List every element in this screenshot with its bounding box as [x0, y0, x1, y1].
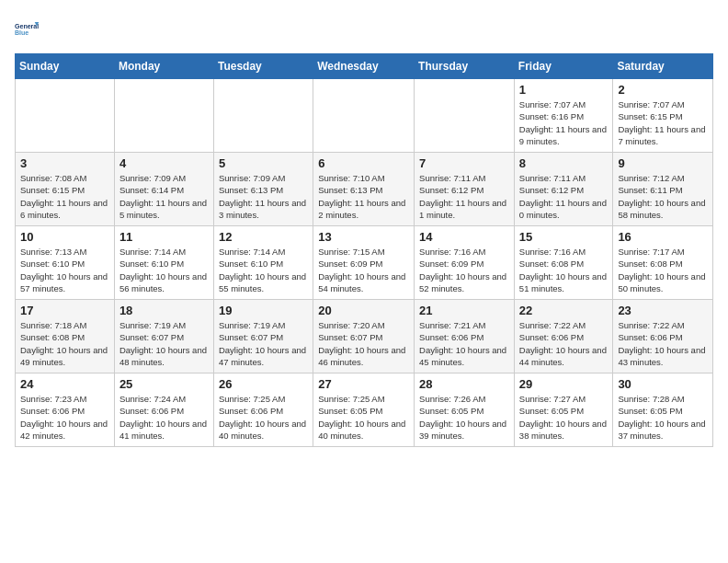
calendar-cell: 29Sunrise: 7:27 AM Sunset: 6:05 PM Dayli… — [514, 373, 613, 447]
weekday-header: Monday — [114, 54, 213, 79]
calendar-cell: 16Sunrise: 7:17 AM Sunset: 6:08 PM Dayli… — [613, 226, 713, 300]
day-info: Sunrise: 7:18 AM Sunset: 6:08 PM Dayligh… — [20, 319, 109, 368]
calendar-cell: 13Sunrise: 7:15 AM Sunset: 6:09 PM Dayli… — [313, 226, 415, 300]
day-number: 10 — [20, 230, 109, 244]
day-number: 5 — [219, 156, 308, 170]
calendar-cell: 3Sunrise: 7:08 AM Sunset: 6:15 PM Daylig… — [16, 153, 115, 226]
day-number: 2 — [618, 83, 708, 97]
calendar-cell: 22Sunrise: 7:22 AM Sunset: 6:06 PM Dayli… — [514, 300, 613, 373]
calendar-cell: 19Sunrise: 7:19 AM Sunset: 6:07 PM Dayli… — [213, 300, 313, 373]
day-info: Sunrise: 7:19 AM Sunset: 6:07 PM Dayligh… — [119, 319, 209, 368]
day-info: Sunrise: 7:26 AM Sunset: 6:05 PM Dayligh… — [419, 393, 509, 442]
calendar-cell: 26Sunrise: 7:25 AM Sunset: 6:06 PM Dayli… — [213, 373, 313, 447]
day-number: 25 — [119, 377, 209, 391]
day-info: Sunrise: 7:22 AM Sunset: 6:06 PM Dayligh… — [618, 319, 708, 368]
day-number: 13 — [318, 230, 409, 244]
day-number: 26 — [219, 377, 308, 391]
calendar-cell: 25Sunrise: 7:24 AM Sunset: 6:06 PM Dayli… — [114, 373, 213, 447]
day-number: 30 — [618, 377, 708, 391]
day-info: Sunrise: 7:20 AM Sunset: 6:07 PM Dayligh… — [318, 319, 409, 368]
day-info: Sunrise: 7:07 AM Sunset: 6:15 PM Dayligh… — [618, 98, 708, 147]
calendar-cell — [213, 79, 313, 153]
day-number: 1 — [519, 83, 609, 97]
day-number: 19 — [219, 304, 308, 317]
calendar-cell — [114, 79, 213, 153]
day-number: 18 — [119, 304, 209, 317]
day-number: 9 — [618, 156, 708, 170]
calendar-cell: 14Sunrise: 7:16 AM Sunset: 6:09 PM Dayli… — [415, 226, 515, 300]
calendar-cell: 5Sunrise: 7:09 AM Sunset: 6:13 PM Daylig… — [213, 153, 313, 226]
weekday-header: Tuesday — [213, 54, 313, 79]
calendar-cell — [16, 79, 115, 153]
svg-text:General: General — [15, 23, 39, 29]
day-info: Sunrise: 7:12 AM Sunset: 6:11 PM Dayligh… — [618, 172, 708, 221]
day-number: 28 — [419, 377, 509, 391]
day-info: Sunrise: 7:15 AM Sunset: 6:09 PM Dayligh… — [318, 246, 409, 294]
day-info: Sunrise: 7:08 AM Sunset: 6:15 PM Dayligh… — [20, 172, 109, 221]
calendar-cell: 23Sunrise: 7:22 AM Sunset: 6:06 PM Dayli… — [613, 300, 713, 373]
day-info: Sunrise: 7:11 AM Sunset: 6:12 PM Dayligh… — [519, 172, 609, 221]
day-number: 17 — [20, 304, 109, 317]
day-info: Sunrise: 7:25 AM Sunset: 6:05 PM Dayligh… — [318, 393, 409, 442]
calendar-cell: 21Sunrise: 7:21 AM Sunset: 6:06 PM Dayli… — [415, 300, 515, 373]
day-info: Sunrise: 7:13 AM Sunset: 6:10 PM Dayligh… — [20, 246, 109, 294]
day-info: Sunrise: 7:10 AM Sunset: 6:13 PM Dayligh… — [318, 172, 409, 221]
day-number: 14 — [419, 230, 509, 244]
day-number: 12 — [219, 230, 308, 244]
day-info: Sunrise: 7:27 AM Sunset: 6:05 PM Dayligh… — [519, 393, 609, 442]
calendar-cell: 4Sunrise: 7:09 AM Sunset: 6:14 PM Daylig… — [114, 153, 213, 226]
day-number: 27 — [318, 377, 409, 391]
day-info: Sunrise: 7:16 AM Sunset: 6:08 PM Dayligh… — [519, 246, 609, 294]
day-info: Sunrise: 7:16 AM Sunset: 6:09 PM Dayligh… — [419, 246, 509, 294]
day-number: 7 — [419, 156, 509, 170]
calendar-cell: 24Sunrise: 7:23 AM Sunset: 6:06 PM Dayli… — [16, 373, 115, 447]
calendar-cell: 28Sunrise: 7:26 AM Sunset: 6:05 PM Dayli… — [415, 373, 515, 447]
calendar-cell: 9Sunrise: 7:12 AM Sunset: 6:11 PM Daylig… — [613, 153, 713, 226]
day-number: 16 — [618, 230, 708, 244]
weekday-header: Thursday — [415, 54, 515, 79]
day-number: 29 — [519, 377, 609, 391]
page-header: GeneralBlue — [15, 15, 713, 44]
logo-icon: GeneralBlue — [15, 15, 44, 44]
day-info: Sunrise: 7:23 AM Sunset: 6:06 PM Dayligh… — [20, 393, 109, 442]
calendar-cell: 7Sunrise: 7:11 AM Sunset: 6:12 PM Daylig… — [415, 153, 515, 226]
day-number: 4 — [119, 156, 209, 170]
calendar-cell: 30Sunrise: 7:28 AM Sunset: 6:05 PM Dayli… — [613, 373, 713, 447]
day-info: Sunrise: 7:09 AM Sunset: 6:14 PM Dayligh… — [119, 172, 209, 221]
weekday-header: Saturday — [613, 54, 713, 79]
svg-text:Blue: Blue — [15, 29, 28, 36]
day-info: Sunrise: 7:28 AM Sunset: 6:05 PM Dayligh… — [618, 393, 708, 442]
day-number: 6 — [318, 156, 409, 170]
day-info: Sunrise: 7:17 AM Sunset: 6:08 PM Dayligh… — [618, 246, 708, 294]
day-number: 3 — [20, 156, 109, 170]
day-info: Sunrise: 7:25 AM Sunset: 6:06 PM Dayligh… — [219, 393, 308, 442]
day-info: Sunrise: 7:09 AM Sunset: 6:13 PM Dayligh… — [219, 172, 308, 221]
calendar-cell: 27Sunrise: 7:25 AM Sunset: 6:05 PM Dayli… — [313, 373, 415, 447]
calendar-cell: 12Sunrise: 7:14 AM Sunset: 6:10 PM Dayli… — [213, 226, 313, 300]
day-info: Sunrise: 7:22 AM Sunset: 6:06 PM Dayligh… — [519, 319, 609, 368]
weekday-header: Sunday — [16, 54, 115, 79]
day-number: 11 — [119, 230, 209, 244]
calendar-cell: 17Sunrise: 7:18 AM Sunset: 6:08 PM Dayli… — [16, 300, 115, 373]
weekday-header: Wednesday — [313, 54, 415, 79]
day-number: 15 — [519, 230, 609, 244]
calendar-cell: 2Sunrise: 7:07 AM Sunset: 6:15 PM Daylig… — [613, 79, 713, 153]
day-info: Sunrise: 7:14 AM Sunset: 6:10 PM Dayligh… — [119, 246, 209, 294]
calendar-cell: 18Sunrise: 7:19 AM Sunset: 6:07 PM Dayli… — [114, 300, 213, 373]
calendar-cell: 15Sunrise: 7:16 AM Sunset: 6:08 PM Dayli… — [514, 226, 613, 300]
calendar-cell: 6Sunrise: 7:10 AM Sunset: 6:13 PM Daylig… — [313, 153, 415, 226]
day-number: 22 — [519, 304, 609, 317]
weekday-header: Friday — [514, 54, 613, 79]
calendar-cell: 11Sunrise: 7:14 AM Sunset: 6:10 PM Dayli… — [114, 226, 213, 300]
calendar-cell: 20Sunrise: 7:20 AM Sunset: 6:07 PM Dayli… — [313, 300, 415, 373]
calendar-cell: 10Sunrise: 7:13 AM Sunset: 6:10 PM Dayli… — [16, 226, 115, 300]
day-info: Sunrise: 7:11 AM Sunset: 6:12 PM Dayligh… — [419, 172, 509, 221]
calendar-cell: 1Sunrise: 7:07 AM Sunset: 6:16 PM Daylig… — [514, 79, 613, 153]
calendar-cell: 8Sunrise: 7:11 AM Sunset: 6:12 PM Daylig… — [514, 153, 613, 226]
day-info: Sunrise: 7:14 AM Sunset: 6:10 PM Dayligh… — [219, 246, 308, 294]
day-info: Sunrise: 7:19 AM Sunset: 6:07 PM Dayligh… — [219, 319, 308, 368]
logo: GeneralBlue — [15, 15, 44, 44]
day-number: 24 — [20, 377, 109, 391]
day-number: 8 — [519, 156, 609, 170]
day-info: Sunrise: 7:24 AM Sunset: 6:06 PM Dayligh… — [119, 393, 209, 442]
